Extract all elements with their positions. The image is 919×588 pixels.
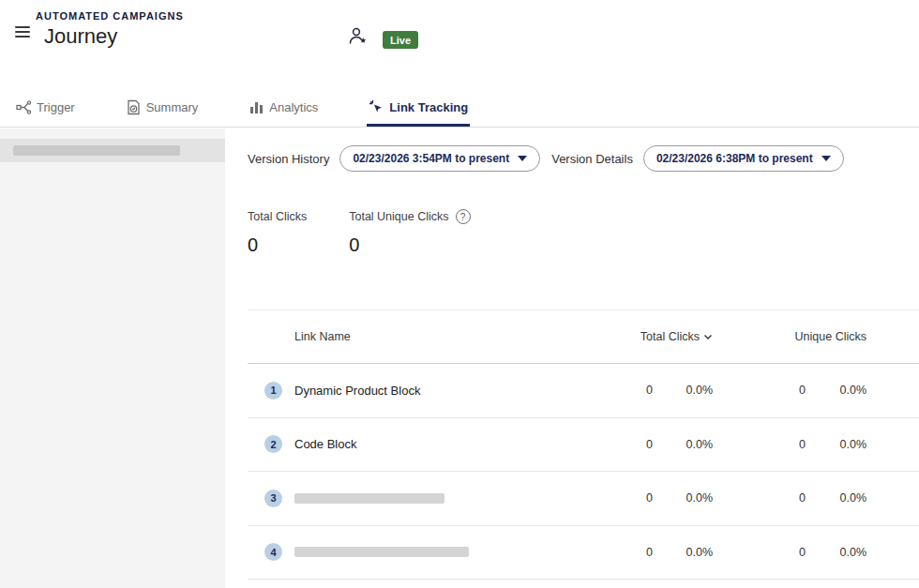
- link-name: Dynamic Product Block: [294, 384, 420, 398]
- link-tracking-icon: [369, 99, 384, 115]
- total-clicks-cell: 0: [646, 438, 653, 451]
- summary-icon: [126, 99, 142, 115]
- tab-link-tracking[interactable]: Link Tracking: [369, 88, 468, 127]
- link-name: Code Block: [294, 437, 356, 451]
- sidebar-item-selected[interactable]: [0, 139, 225, 162]
- link-tracking-table: Link Name Total Clicks Unique Clicks 1 D…: [248, 309, 919, 580]
- version-history-dropdown[interactable]: 02/23/2026 3:54PM to present: [339, 145, 540, 172]
- sidebar-item[interactable]: [0, 185, 225, 202]
- total-clicks-percent-cell: 0.0%: [686, 546, 714, 559]
- row-index-badge: 4: [264, 543, 282, 561]
- table-body: 1 Dynamic Product Block 0 0.0% 0 0.0% 2 …: [248, 364, 919, 580]
- unique-clicks-cell: 0: [799, 546, 806, 559]
- total-unique-clicks-label: Total Unique Clicks: [349, 210, 448, 223]
- row-index-badge: 3: [264, 490, 282, 507]
- question-mark-icon[interactable]: ?: [456, 209, 471, 224]
- total-clicks-stat: Total Clicks 0: [248, 207, 307, 256]
- table-row: 4 0 0.0% 0 0.0%: [248, 526, 919, 580]
- analytics-icon: [249, 99, 264, 115]
- version-details-label: Version Details: [551, 152, 633, 166]
- unique-clicks-percent-cell: 0.0%: [840, 384, 867, 397]
- tab-summary[interactable]: Summary: [126, 88, 199, 127]
- person-star-icon: [348, 26, 369, 47]
- total-unique-clicks-stat: Total Unique Clicks ? 0: [349, 207, 470, 256]
- total-clicks-percent-cell: 0.0%: [686, 438, 714, 451]
- version-history-value: 02/23/2026 3:54PM to present: [353, 152, 509, 165]
- unique-clicks-cell: 0: [799, 491, 806, 505]
- unique-clicks-percent-cell: 0.0%: [840, 438, 867, 451]
- app-header: AUTOMATED CAMPAIGNS Journey Live: [0, 0, 919, 88]
- row-index-badge: 2: [264, 435, 282, 453]
- version-history-label: Version History: [248, 152, 329, 166]
- hamburger-menu-icon[interactable]: [15, 26, 30, 38]
- column-header-label: Total Clicks: [640, 330, 700, 343]
- column-header-unique-clicks: Unique Clicks: [795, 330, 866, 343]
- unique-clicks-cell: 0: [799, 384, 806, 397]
- unique-clicks-cell: 0: [799, 438, 806, 451]
- link-name: [294, 547, 469, 557]
- version-details-value: 02/23/2026 6:38PM to present: [656, 152, 813, 165]
- total-clicks-cell: 0: [646, 384, 653, 397]
- tab-label: Summary: [146, 100, 199, 114]
- link-name: [294, 493, 444, 504]
- trigger-icon: [16, 99, 32, 115]
- table-row: 1 Dynamic Product Block 0 0.0% 0 0.0%: [248, 364, 919, 418]
- total-clicks-label: Total Clicks: [248, 210, 307, 223]
- main-content: Version History 02/23/2026 3:54PM to pre…: [225, 128, 919, 588]
- version-details-dropdown[interactable]: 02/23/2026 6:38PM to present: [643, 145, 844, 172]
- unique-clicks-percent-cell: 0.0%: [840, 546, 867, 559]
- page: AUTOMATED CAMPAIGNS Journey Live Trigger: [0, 0, 919, 588]
- table-header: Link Name Total Clicks Unique Clicks: [248, 309, 919, 364]
- stats-row: Total Clicks 0 Total Unique Clicks ? 0: [248, 207, 513, 256]
- breadcrumb: AUTOMATED CAMPAIGNS: [36, 10, 184, 22]
- tab-analytics[interactable]: Analytics: [249, 88, 318, 127]
- unique-clicks-percent-cell: 0.0%: [840, 491, 867, 505]
- table-row: 3 0 0.0% 0 0.0%: [248, 472, 919, 526]
- sidebar: [0, 128, 225, 588]
- version-toolbar: Version History 02/23/2026 3:54PM to pre…: [248, 145, 844, 172]
- total-clicks-value: 0: [248, 234, 307, 256]
- table-row: 2 Code Block 0 0.0% 0 0.0%: [248, 418, 919, 473]
- column-header-total-clicks[interactable]: Total Clicks: [640, 330, 713, 343]
- chevron-down-icon: [821, 156, 831, 161]
- total-clicks-cell: 0: [646, 491, 653, 505]
- redacted-text: [13, 145, 180, 156]
- total-clicks-percent-cell: 0.0%: [686, 491, 714, 505]
- total-clicks-percent-cell: 0.0%: [686, 384, 714, 397]
- total-unique-clicks-value: 0: [349, 234, 470, 256]
- tab-bar: Trigger Summary Analytics: [0, 88, 919, 128]
- status-badge: Live: [383, 31, 418, 49]
- column-header-link-name: Link Name: [248, 330, 604, 343]
- chevron-down-icon: [518, 156, 527, 161]
- total-clicks-cell: 0: [646, 546, 653, 559]
- tab-label: Trigger: [37, 100, 75, 114]
- tab-label: Analytics: [269, 100, 318, 114]
- chevron-down-icon: [703, 334, 713, 340]
- row-index-badge: 1: [264, 382, 282, 400]
- tab-label: Link Tracking: [389, 100, 468, 114]
- page-title: Journey: [44, 24, 117, 49]
- tab-trigger[interactable]: Trigger: [16, 88, 75, 127]
